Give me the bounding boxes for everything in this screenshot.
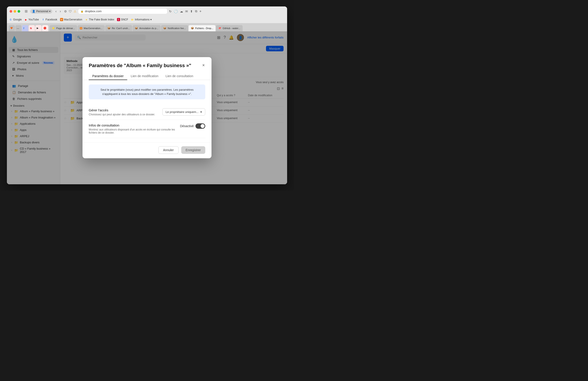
- modal-dialog: Paramètres de "Album « Family business »…: [83, 57, 211, 158]
- tab-label-1: Page de démar...: [56, 27, 75, 30]
- consultation-toggle[interactable]: [195, 123, 205, 129]
- bookmark-macgeneration-label: MacGeneration: [64, 18, 82, 21]
- bookmarks-bar: G Google ▶ YouTube f Facebook M MacGener…: [7, 16, 287, 23]
- history-icon[interactable]: 🕐: [174, 10, 178, 13]
- shield-icon: 🛡: [69, 10, 72, 13]
- modal-tab-lien-modif[interactable]: Lien de modification: [127, 72, 162, 80]
- youtube-favicon: ▶: [24, 18, 28, 21]
- profile-icon: 👤: [32, 10, 35, 13]
- app-layout: 💧 ▦ Tous les fichiers ✎ Signatures ↗ Env…: [7, 31, 287, 184]
- consultation-label-group: Infos de consultation Montrez aux utilis…: [89, 123, 180, 134]
- url-bar[interactable]: 🔒 dropbox.com: [78, 9, 167, 14]
- tab-favicon-macgen: M: [80, 27, 83, 29]
- close-button[interactable]: [10, 10, 12, 13]
- pinned-tab-2[interactable]: —: [15, 25, 21, 31]
- pinned-tab-netflix[interactable]: N: [29, 25, 35, 31]
- macgeneration-favicon: M: [60, 18, 63, 21]
- tab-favicon-5: 📦: [191, 27, 194, 30]
- modal-tab-parametres[interactable]: Paramètres du dossier: [89, 72, 127, 80]
- profile-pill[interactable]: 👤 Personnel ▾: [30, 9, 52, 14]
- access-dropdown-button[interactable]: Le propriétaire uniquem... ▾: [162, 108, 205, 116]
- minimize-button[interactable]: [14, 10, 16, 13]
- tab-label-macgen: MacGeneration...: [84, 27, 102, 30]
- forward-button[interactable]: ›: [58, 9, 62, 14]
- toolbar-icons: ↻ 🕐 ☁ ✉ ⬆ ⧉ +: [169, 9, 202, 13]
- bookmark-informations[interactable]: 📁 Informations ▾: [131, 18, 152, 21]
- bookmark-youtube[interactable]: ▶ YouTube: [24, 18, 39, 21]
- access-setting-desc: Choisissez qui peut ajouter des utilisat…: [89, 113, 155, 116]
- toggle-label: Désactivé: [180, 124, 194, 128]
- tab-notification[interactable]: 📦 Notification fee...: [161, 25, 188, 31]
- access-setting-title: Gérer l'accès: [89, 108, 155, 112]
- pinned-tab-1[interactable]: 🦊: [9, 25, 15, 31]
- pinned-tab-youtube[interactable]: 🔴: [42, 25, 48, 31]
- access-setting-label-group: Gérer l'accès Choisissez qui peut ajoute…: [89, 108, 155, 116]
- lock-icon: 🔒: [81, 10, 84, 13]
- title-bar: ⊞ 👤 Personnel ▾ ‹ › ⚙ 🛡 ⚠ 🔒 dropbox.com …: [7, 6, 287, 16]
- folder-bookmark-icon: 📁: [131, 18, 134, 21]
- extensions-icon: ⚙: [64, 10, 67, 13]
- tab-cant-unsh[interactable]: 📦 Re: Can't unsh...: [105, 25, 132, 31]
- modal-overlay: Paramètres de "Album « Family business »…: [7, 31, 287, 184]
- tab-favicon-3: 📦: [135, 27, 138, 30]
- pinned-tab-facebook[interactable]: f: [22, 25, 28, 31]
- chevron-down-icon: ▾: [49, 10, 50, 13]
- maximize-button[interactable]: [18, 10, 20, 13]
- url-text: dropbox.com: [85, 10, 102, 13]
- info-box: Seul le propriétaire (vous) peut modifie…: [89, 84, 205, 99]
- share-icon[interactable]: ✉: [185, 10, 188, 13]
- tab-favicon-4: 📦: [163, 27, 166, 30]
- tab-favicon-2: 📦: [107, 27, 110, 30]
- access-dropdown-label: Le propriétaire uniquem...: [166, 110, 199, 114]
- bookmark-sncf[interactable]: S SNCF: [117, 18, 128, 21]
- new-tab-icon[interactable]: +: [199, 9, 202, 13]
- modal-footer: Annuler Enregistrer: [83, 142, 211, 158]
- consultation-setting-desc: Montrez aux utilisateurs disposant d'un …: [89, 128, 180, 134]
- traffic-lights: [10, 10, 20, 13]
- tab-label-5: Fichiers - Drop...: [195, 27, 213, 30]
- fakebook-favicon: ★: [85, 18, 88, 21]
- tab-github[interactable]: 🐙 GitHub - water...: [216, 25, 242, 31]
- bookmark-macgeneration[interactable]: M MacGeneration: [60, 18, 82, 21]
- cancel-button[interactable]: Annuler: [158, 146, 178, 154]
- bookmark-facebook[interactable]: f Facebook: [42, 18, 57, 21]
- tab-label-6: GitHub - water...: [223, 27, 240, 30]
- bookmark-informations-label: Informations: [135, 18, 149, 21]
- bookmark-google[interactable]: G Google: [9, 18, 22, 21]
- cloud-icon[interactable]: ☁: [180, 10, 183, 13]
- sncf-favicon: S: [117, 18, 120, 21]
- tab-label-4: Notification fee...: [168, 27, 186, 30]
- profile-label: Personnel: [36, 10, 48, 13]
- facebook-favicon: f: [42, 18, 45, 21]
- tab-label-3: Annulation du p...: [139, 27, 158, 30]
- tab-page-demar[interactable]: ⭐ Page de démar...: [50, 25, 77, 31]
- modal-body: Seul le propriétaire (vous) peut modifie…: [83, 80, 211, 142]
- toggle-container: Désactivé: [180, 123, 205, 129]
- bookmark-youtube-label: YouTube: [28, 18, 39, 21]
- modal-tab-lien-consult[interactable]: Lien de consultation: [162, 72, 197, 80]
- modal-title: Paramètres de "Album « Family business »…: [89, 62, 191, 69]
- dropdown-chevron-icon: ▾: [200, 110, 202, 114]
- refresh-icon[interactable]: ↻: [169, 10, 172, 13]
- bookmark-fakebook[interactable]: ★ The Fake Book Index: [85, 18, 114, 21]
- upload-icon[interactable]: ⬆: [190, 10, 193, 13]
- tab-label-2: Re: Can't unsh...: [112, 27, 130, 30]
- tab-fichiers[interactable]: 📦 Fichiers - Drop...: [189, 25, 215, 31]
- bookmark-sncf-label: SNCF: [121, 18, 128, 21]
- tab-annulation[interactable]: 📦 Annulation du p...: [132, 25, 161, 31]
- modal-close-button[interactable]: ×: [202, 62, 205, 68]
- back-button[interactable]: ‹: [54, 9, 58, 14]
- consultation-setting-row: Infos de consultation Montrez aux utilis…: [89, 120, 205, 138]
- bookmark-dropdown-icon: ▾: [150, 18, 152, 21]
- modal-header: Paramètres de "Album « Family business »…: [83, 57, 211, 72]
- access-setting-row: Gérer l'accès Choisissez qui peut ajoute…: [89, 105, 205, 120]
- tabs-bar: 🦊 — f N ▶ 🔴 ⭐ Page de démar... M MacGene…: [7, 23, 287, 31]
- tabs-icon[interactable]: ⧉: [195, 9, 197, 13]
- pinned-tab-play[interactable]: ▶: [35, 25, 42, 31]
- toggle-thumb: [201, 124, 205, 128]
- nav-arrows: ‹ ›: [54, 9, 62, 14]
- sidebar-toggle-icon[interactable]: ⊞: [24, 8, 28, 14]
- tab-macgen[interactable]: M MacGeneration...: [78, 25, 105, 31]
- save-button[interactable]: Enregistrer: [181, 146, 205, 154]
- modal-tabs: Paramètres du dossier Lien de modificati…: [83, 72, 211, 80]
